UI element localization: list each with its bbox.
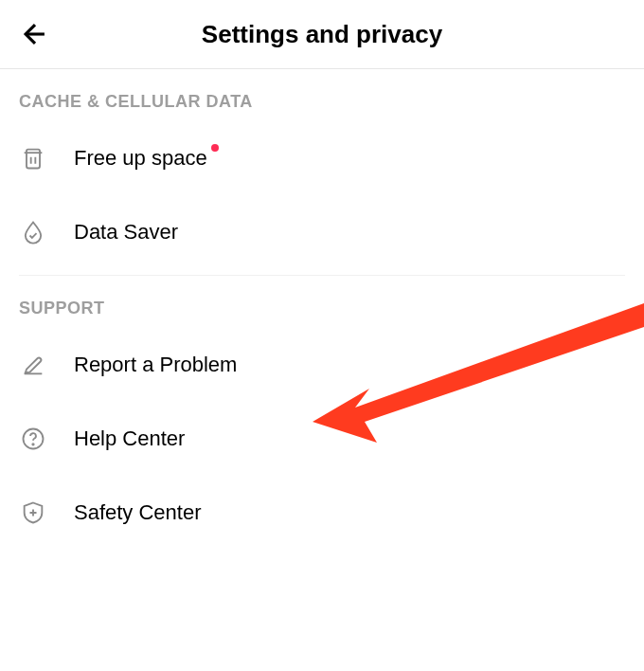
list-item-label: Help Center: [74, 426, 185, 451]
list-item-label: Free up space: [74, 146, 207, 171]
page-title: Settings and privacy: [19, 20, 625, 49]
list-item-free-up-space[interactable]: Free up space: [0, 121, 644, 195]
back-button[interactable]: [19, 18, 51, 50]
arrow-left-icon: [19, 18, 51, 50]
trash-icon: [19, 144, 47, 172]
section-header-cache: CACHE & CELLULAR DATA: [0, 69, 644, 121]
question-icon: [19, 425, 47, 453]
badge-dot: [211, 144, 219, 152]
list-item-text: Free up space: [74, 146, 207, 170]
list-item-label: Data Saver: [74, 220, 178, 245]
list-item-safety-center[interactable]: Safety Center: [0, 476, 644, 550]
shield-plus-icon: [19, 499, 47, 527]
svg-point-1: [32, 444, 33, 444]
droplet-icon: [19, 218, 47, 246]
section-header-support: SUPPORT: [0, 276, 644, 328]
list-item-label: Safety Center: [74, 500, 202, 525]
list-item-help-center[interactable]: Help Center: [0, 402, 644, 476]
edit-icon: [19, 351, 47, 379]
list-item-label: Report a Problem: [74, 353, 237, 377]
header: Settings and privacy: [0, 0, 644, 68]
list-item-report-problem[interactable]: Report a Problem: [0, 328, 644, 402]
list-item-data-saver[interactable]: Data Saver: [0, 195, 644, 269]
